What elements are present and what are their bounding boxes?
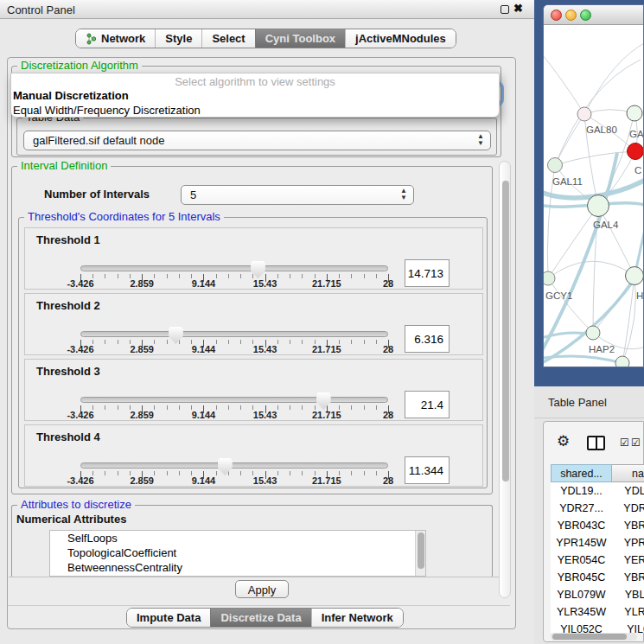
- table-cell[interactable]: YBL079W: [551, 586, 612, 603]
- network-node-gal4[interactable]: [588, 195, 609, 217]
- table-panel-title: Table Panel: [548, 396, 607, 409]
- table-row[interactable]: YBL079WYBL0: [551, 586, 644, 603]
- network-node-gcy1[interactable]: [544, 271, 555, 285]
- checkbox-icon[interactable]: ☑: [620, 437, 629, 449]
- slider-track[interactable]: [80, 265, 388, 271]
- network-view-window[interactable]: GAL80GACGAL11GAL4GCY1HHAP2: [543, 4, 644, 367]
- dropdown-option[interactable]: Equal Width/Frequency Discretization: [13, 103, 497, 118]
- minimize-traffic-button[interactable]: [565, 10, 577, 21]
- slider-track[interactable]: [80, 462, 388, 469]
- table-row[interactable]: YDR27...YDR2: [551, 500, 644, 517]
- table-cell[interactable]: YBL0: [612, 586, 644, 603]
- tab-discretize-data[interactable]: Discretize Data: [210, 609, 310, 627]
- attribute-list-item[interactable]: SelfLoops: [50, 531, 425, 545]
- numerical-attributes-list[interactable]: SelfLoopsTopologicalCoefficientBetweenne…: [49, 530, 426, 577]
- tab-network[interactable]: Network: [76, 29, 155, 48]
- network-node[interactable]: [615, 356, 629, 367]
- table-cell[interactable]: YER054C: [551, 552, 612, 569]
- close-icon[interactable]: ✖: [513, 2, 523, 15]
- num-intervals-combo[interactable]: 5 ▲▼: [181, 185, 414, 205]
- table-cell[interactable]: YPR145W: [551, 534, 612, 552]
- scrollbar-thumb[interactable]: [418, 532, 424, 569]
- threshold-value-input[interactable]: [405, 456, 450, 484]
- close-traffic-button[interactable]: [551, 10, 562, 21]
- table-cell[interactable]: YDR27...: [551, 500, 612, 517]
- table-row[interactable]: YBR045CYBR0: [551, 569, 644, 586]
- table-cell[interactable]: YDR2: [612, 500, 644, 517]
- tab-select[interactable]: Select: [201, 29, 254, 48]
- attributes-list-scrollbar[interactable]: [415, 531, 425, 576]
- column-header-shared-name[interactable]: shared...: [551, 464, 612, 482]
- table-cell[interactable]: YER0: [612, 552, 644, 569]
- node-label: HAP2: [589, 344, 615, 354]
- network-node-gal80[interactable]: [577, 107, 591, 121]
- tab-style[interactable]: Style: [155, 29, 201, 48]
- column-header-name[interactable]: na: [612, 464, 644, 482]
- network-node-hap2[interactable]: [586, 326, 600, 340]
- attribute-list-item[interactable]: BetweennessCentrality: [50, 560, 425, 575]
- tab-infer-network[interactable]: Infer Network: [311, 609, 403, 627]
- table-row[interactable]: YPR145WYPR1: [551, 534, 644, 552]
- table-cell[interactable]: YDL1: [612, 482, 644, 500]
- threshold-label: Threshold 2: [36, 299, 100, 312]
- threshold-value-input[interactable]: [405, 391, 450, 418]
- table-data-combo[interactable]: galFiltered.sif default node ▲▼: [23, 131, 491, 150]
- table-cell[interactable]: YDL19...: [551, 482, 612, 500]
- table-cell[interactable]: YBR0: [612, 517, 644, 534]
- table-panel-header: Table Panel: [534, 386, 644, 418]
- columns-icon[interactable]: [587, 436, 605, 450]
- table-cell[interactable]: YLR3: [612, 603, 644, 621]
- checkbox-icon[interactable]: ☑: [631, 437, 641, 449]
- tab-impute-data[interactable]: Impute Data: [127, 609, 210, 627]
- threshold-row: Threshold 2-3.4262.8599.14415.4321.71528: [24, 293, 483, 355]
- node-table[interactable]: shared... na YDL19...YDL1YDR27...YDR2YBR…: [551, 464, 644, 633]
- table-cell[interactable]: YPR1: [612, 534, 644, 552]
- table-row[interactable]: YIL052CYIL0: [551, 621, 644, 633]
- table-horizontal-scrollbar[interactable]: [551, 633, 637, 641]
- network-node-h[interactable]: [626, 267, 644, 285]
- threshold-value-input[interactable]: [405, 325, 450, 353]
- scrollbar-thumb[interactable]: [552, 634, 627, 640]
- threshold-value-input[interactable]: [405, 259, 450, 287]
- tab-cyni-toolbox[interactable]: Cyni Toolbox: [255, 29, 345, 48]
- table-row[interactable]: YER054CYER0: [551, 552, 644, 569]
- table-cell[interactable]: YIL052C: [551, 621, 612, 633]
- tab-label: Cyni Toolbox: [265, 32, 335, 45]
- node-label: C: [634, 165, 641, 175]
- dropdown-option[interactable]: Manual Discretization: [13, 88, 497, 103]
- gear-icon[interactable]: ⚙: [557, 432, 570, 450]
- table-cell[interactable]: YLR345W: [551, 603, 612, 621]
- slider-track[interactable]: [80, 397, 388, 403]
- thresholds-group: Threshold's Coordinates for 5 Intervals …: [18, 217, 488, 488]
- tab-label: jActiveMNodules: [355, 32, 446, 45]
- float-window-icon[interactable]: [501, 5, 509, 14]
- scrollbar-thumb[interactable]: [502, 181, 509, 481]
- panel-scrollbar[interactable]: [499, 161, 511, 598]
- tab-jactivemnodules[interactable]: jActiveMNodules: [345, 29, 456, 48]
- table-data-combo-value: galFiltered.sif default node: [33, 134, 164, 147]
- table-cell[interactable]: YBR0: [612, 569, 644, 586]
- table-cell[interactable]: YBR043C: [551, 517, 612, 534]
- node-label: H: [636, 290, 643, 301]
- apply-button[interactable]: Apply: [235, 580, 289, 598]
- table-row[interactable]: YBR043CYBR0: [551, 517, 644, 534]
- table-cell[interactable]: YIL0: [612, 621, 644, 633]
- group-title: Attributes to discretize: [17, 498, 135, 511]
- slider-scale-label: -3.426: [67, 344, 93, 354]
- slider-scale-label: 15.43: [253, 410, 277, 420]
- group-title: Interval Definition: [17, 159, 111, 172]
- attribute-list-item[interactable]: TopologicalCoefficient: [50, 545, 425, 560]
- tab-label: Network: [101, 32, 145, 45]
- network-canvas[interactable]: GAL80GACGAL11GAL4GCY1HHAP2: [544, 25, 644, 367]
- slider-track[interactable]: [80, 331, 388, 337]
- table-cell[interactable]: YBR045C: [551, 569, 612, 586]
- slider-scale-label: 9.144: [192, 475, 216, 486]
- network-node-c[interactable]: [628, 143, 644, 160]
- threshold-label: Threshold 1: [36, 233, 100, 246]
- network-node-ga[interactable]: [627, 105, 642, 121]
- table-row[interactable]: YDL19...YDL1: [551, 482, 644, 500]
- zoom-traffic-button[interactable]: [580, 10, 591, 21]
- network-node-gal11[interactable]: [548, 158, 563, 173]
- table-row[interactable]: YLR345WYLR3: [551, 603, 644, 621]
- network-window-titlebar: [544, 5, 644, 25]
